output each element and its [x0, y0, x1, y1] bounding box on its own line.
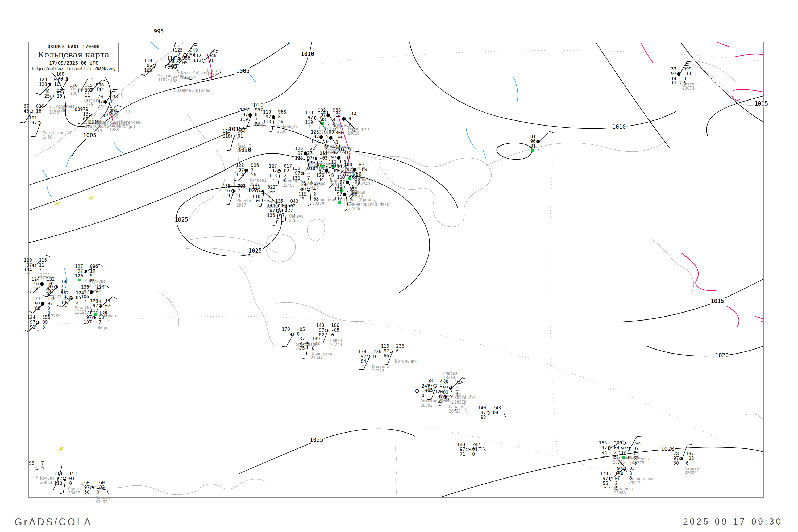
- tri-symbol-icon: ▽: [302, 196, 305, 201]
- station-left-values: 1409792: [478, 405, 486, 420]
- wave-symbol-icon: ∼: [31, 328, 34, 333]
- station-name: Приволжск27344: [311, 352, 332, 360]
- weather-symbols: ▽: [308, 124, 311, 129]
- station-right-values: 94903: [190, 48, 198, 57]
- weather-symbols: ∼: [299, 159, 301, 165]
- station-left-values: 170: [282, 327, 290, 332]
- station-left-values: 3397-14: [668, 66, 677, 81]
- station-cloud-circle-icon: ◕: [99, 302, 102, 309]
- station-cloud-circle-icon: ○: [367, 353, 370, 360]
- station-name: Галич27243: [330, 338, 342, 347]
- station-left-values: 11806109: [144, 58, 152, 73]
- isobar-label: 1025: [309, 437, 324, 443]
- wave-symbol-icon: ∼: [87, 324, 90, 328]
- station-left-values: 12597119: [240, 108, 248, 122]
- weather-symbols: —: [362, 363, 365, 367]
- station-cloud-circle-icon: ◑: [48, 81, 51, 88]
- wave-symbol-icon: ∼: [35, 290, 38, 295]
- station-right-values: 24304: [493, 405, 501, 415]
- station-right-values: 187-026: [686, 451, 694, 466]
- bow-symbol-icon: ⋈: [337, 125, 342, 130]
- station-name: 2844: [254, 123, 263, 127]
- station-left-values: 12597102: [45, 279, 54, 294]
- station-cloud-circle-icon: ●: [342, 115, 345, 122]
- station-name: Sodankyla2836: [277, 125, 299, 134]
- station-left-values: 009791660: [75, 107, 88, 121]
- station-cloud-circle-icon: ◑: [65, 75, 68, 82]
- station-left-values: 12797127: [304, 151, 312, 165]
- station-name: Evenstad-Overenget1383: [93, 125, 136, 133]
- station-name: Susendal-Bjormo: [174, 88, 210, 93]
- station-left-values: 13297131: [292, 166, 300, 180]
- wave-symbol-icon: ∼: [64, 304, 67, 309]
- station-cloud-circle-icon: ◑: [83, 268, 87, 274]
- station-name: Ярославль27330: [296, 342, 317, 351]
- weather-symbols: ∼: [272, 177, 275, 182]
- station-name: Kemi I2863: [236, 144, 251, 153]
- station-name: Соловецкие Острова (Кремль)22429: [312, 198, 377, 206]
- station-right-values: -050: [297, 327, 305, 337]
- station-left-values: 10197: [29, 115, 37, 125]
- station-cloud-circle-icon: ○: [78, 87, 82, 94]
- isobar-label: 1025: [248, 248, 263, 254]
- station-name: Глазов28214: [443, 371, 457, 380]
- station-name: Кзылту28886: [685, 467, 699, 475]
- station-cloud-circle-icon: ●: [345, 178, 349, 185]
- weather-symbols: ⋈: [337, 125, 342, 130]
- weather-symbols: ∼ ◠: [604, 485, 612, 490]
- station-right-values: 2260: [373, 349, 381, 359]
- station-cloud-circle-icon: ○: [202, 57, 205, 64]
- wave-symbol-icon: ∼: [263, 198, 266, 203]
- station-left-values: 1609750: [81, 480, 90, 494]
- station-name: Одесса33837: [68, 487, 82, 495]
- bow-symbol-icon: ⋈: [672, 80, 677, 85]
- station-cloud-circle-icon: ◓: [261, 188, 264, 195]
- weather-symbols: ◠: [27, 271, 30, 276]
- station-left-values: 1489771: [457, 442, 465, 456]
- station-left-values: 120: [70, 83, 78, 88]
- station-right-values: 036-027: [282, 203, 290, 217]
- station-cloud-circle-icon: ◐: [290, 331, 294, 338]
- station-name: Шахунья27373: [372, 365, 389, 373]
- precip-square-icon: [622, 456, 625, 459]
- station-cloud-circle-icon: ◑: [36, 319, 39, 326]
- station-cloud-circle-icon: ●: [329, 134, 332, 141]
- map-frame: [28, 42, 764, 497]
- station-name: 12272: [50, 295, 61, 299]
- station-cloud-circle-icon: ○: [466, 446, 469, 453]
- station-cloud-circle-icon: ●: [40, 280, 44, 287]
- tri-symbol-icon: ▽: [679, 80, 682, 85]
- isobars: [29, 25, 764, 497]
- station-left-values: 21997110: [54, 471, 62, 486]
- dome-symbol-icon: ◠: [27, 271, 30, 276]
- station-left-values: 12697112: [328, 150, 337, 165]
- station-right-values: 75: [450, 390, 453, 399]
- station-cloud-circle-icon: ○: [153, 62, 156, 69]
- wave-symbol-icon: ∼: [84, 298, 88, 303]
- station-cloud-circle-icon: ●: [244, 167, 248, 173]
- station-right-values: 99373: [238, 184, 246, 198]
- station-left-values: 1249791: [27, 315, 35, 329]
- isobar-label: 1010: [300, 51, 315, 57]
- station-left-values: 12597125: [295, 146, 303, 160]
- station-cloud-circle-icon: ●: [90, 288, 93, 295]
- wave-symbol-icon: ∼: [270, 217, 273, 222]
- dots-symbol-icon: ∶: [243, 121, 246, 126]
- station-cloud-circle-icon: ◐: [314, 114, 317, 121]
- wave-symbol-icon: ∼: [604, 485, 607, 490]
- bow-symbol-icon: ⋈: [628, 455, 632, 460]
- bulletin-header: QSDD98 UA0L 170600: [48, 44, 100, 49]
- station-cloud-circle-icon: ◐: [276, 207, 279, 214]
- station-right-values: 2360: [396, 344, 404, 353]
- station-name: Лаукува26518: [89, 279, 106, 288]
- station-left-values: 11997113: [263, 110, 271, 124]
- weather-symbols: ⋈ ▽: [672, 80, 682, 85]
- station-name: Kuopio2917: [236, 199, 251, 208]
- station-right-values: 247010: [472, 442, 480, 456]
- weather-symbols: ∼: [603, 454, 605, 459]
- station-cloud-circle-icon: ◒: [63, 475, 66, 482]
- station-cloud-circle-icon: ◐: [33, 262, 36, 268]
- station-cloud-circle-icon: ○: [50, 93, 54, 99]
- bow-symbol-icon: ⋈: [256, 198, 261, 203]
- station-left-values: 1659794: [599, 440, 607, 455]
